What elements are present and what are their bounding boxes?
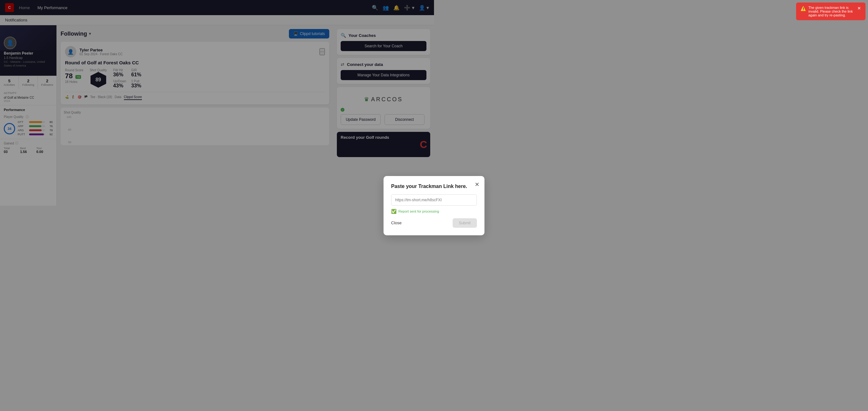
trackman-modal: Paste your Trackman Link here. ✕ ✅ Repor… xyxy=(383,176,434,206)
modal-title: Paste your Trackman Link here. xyxy=(391,184,434,189)
modal-overlay: Paste your Trackman Link here. ✕ ✅ Repor… xyxy=(0,0,434,205)
trackman-link-input[interactable] xyxy=(391,194,434,205)
